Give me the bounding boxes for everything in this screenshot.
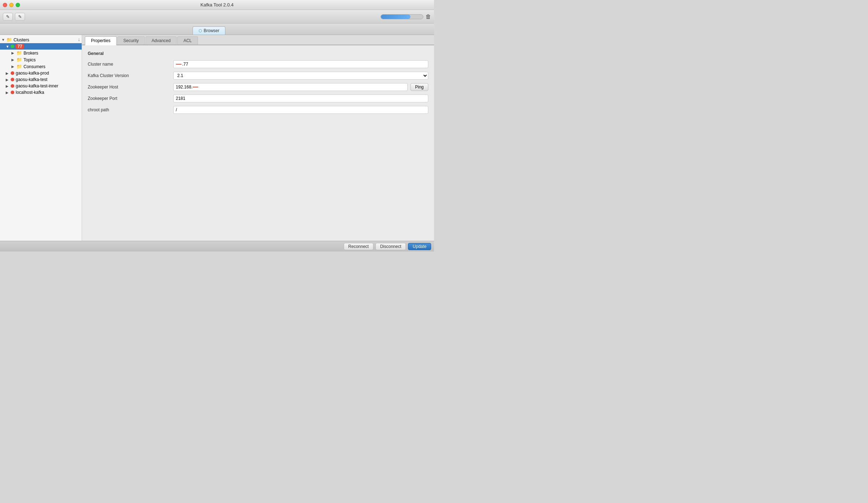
topics-label: Topics xyxy=(24,57,36,62)
browser-tab-bar: ⬡ Browser xyxy=(0,24,434,35)
reconnect-button[interactable]: Reconnect xyxy=(344,243,373,250)
topics-folder-icon: 📁 xyxy=(16,57,22,62)
tab-security[interactable]: Security xyxy=(117,36,145,45)
sidebar: ↓ ▼ 📁 Clusters ▼ 77 ▶ 📁 Brokers ▶ 📁 Topi… xyxy=(0,35,82,241)
sidebar-item-brokers[interactable]: ▶ 📁 Brokers xyxy=(0,50,82,56)
consumers-folder-icon: 📁 xyxy=(16,64,22,69)
consumers-arrow: ▶ xyxy=(11,65,16,68)
cluster-name-redacted-badge xyxy=(176,64,182,65)
window-title: Kafka Tool 2.0.4 xyxy=(200,2,234,7)
tab-acl[interactable]: ACL xyxy=(177,36,198,45)
cluster-77-badge: 77 xyxy=(16,44,24,49)
content-area: Properties Security Advanced ACL General… xyxy=(82,35,434,241)
cluster-name-field: .77 xyxy=(173,60,428,68)
title-bar: Kafka Tool 2.0.4 xyxy=(0,0,434,10)
zk-port-field xyxy=(173,95,428,102)
sidebar-item-topics[interactable]: ▶ 📁 Topics xyxy=(0,56,82,63)
sidebar-item-gaosu-test-inner[interactable]: ▶ gaosu-kafka-test-inner xyxy=(0,83,82,89)
brokers-label: Brokers xyxy=(24,51,38,56)
localhost-kafka-status xyxy=(11,91,14,94)
topics-arrow: ▶ xyxy=(11,58,16,62)
minimize-button[interactable] xyxy=(9,3,14,7)
bottom-bar: Reconnect Disconnect Update xyxy=(0,241,434,252)
gaosu-test-inner-arrow: ▶ xyxy=(6,84,11,88)
zk-host-label: Zookeeper Host xyxy=(88,85,173,90)
properties-panel: General Cluster name .77 Kafka Cluster V… xyxy=(82,45,434,241)
form-row-zk-port: Zookeeper Port xyxy=(88,95,428,102)
gaosu-test-label: gaosu-kafka-test xyxy=(16,77,47,82)
edit-icon: ✎ xyxy=(6,14,10,19)
sidebar-scroll-icon[interactable]: ↓ xyxy=(78,36,80,42)
form-row-zk-host: Zookeeper Host 192.168. Ping xyxy=(88,83,428,91)
brokers-folder-icon: 📁 xyxy=(16,50,22,56)
gaosu-test-inner-label: gaosu-kafka-test-inner xyxy=(16,83,58,88)
ping-button[interactable]: Ping xyxy=(410,83,428,91)
progress-bar xyxy=(381,14,423,19)
browser-tab[interactable]: ⬡ Browser xyxy=(193,26,225,35)
cluster-name-suffix: .77 xyxy=(182,62,188,67)
gaosu-test-status xyxy=(11,78,14,81)
toolbar-edit-button[interactable]: ✎ xyxy=(3,13,13,21)
gaosu-prod-arrow: ▶ xyxy=(6,71,11,75)
gaosu-test-arrow: ▶ xyxy=(6,78,11,82)
section-general: General xyxy=(88,51,428,56)
sidebar-item-consumers[interactable]: ▶ 📁 Consumers xyxy=(0,63,82,70)
clusters-arrow: ▼ xyxy=(1,38,6,42)
cluster-77-arrow: ▼ xyxy=(6,45,11,49)
cluster-77-status-dot xyxy=(11,45,14,48)
main-layout: ↓ ▼ 📁 Clusters ▼ 77 ▶ 📁 Brokers ▶ 📁 Topi… xyxy=(0,35,434,241)
form-row-chroot: chroot path xyxy=(88,106,428,114)
browser-tab-label: Browser xyxy=(204,28,219,33)
tab-strip: Properties Security Advanced ACL xyxy=(82,35,434,45)
sidebar-item-gaosu-prod[interactable]: ▶ gaosu-kafka-prod xyxy=(0,70,82,76)
toolbar: ✎ ✎ 🗑 xyxy=(0,10,434,24)
sidebar-item-cluster-77[interactable]: ▼ 77 xyxy=(0,43,82,50)
disconnect-button[interactable]: Disconnect xyxy=(376,243,406,250)
localhost-kafka-arrow: ▶ xyxy=(6,91,11,95)
toolbar-refresh-button[interactable]: ✎ xyxy=(15,13,25,21)
sidebar-item-gaosu-test[interactable]: ▶ gaosu-kafka-test xyxy=(0,76,82,83)
window-controls xyxy=(3,3,20,7)
zk-host-input-wrapper[interactable]: 192.168. xyxy=(173,83,408,91)
toolbar-left: ✎ ✎ xyxy=(3,13,25,21)
brokers-arrow: ▶ xyxy=(11,51,16,55)
clusters-label: Clusters xyxy=(14,37,29,42)
form-row-cluster-name: Cluster name .77 xyxy=(88,60,428,68)
kafka-version-select[interactable]: 2.1 xyxy=(173,72,428,80)
browser-tab-icon: ⬡ xyxy=(199,29,202,33)
close-button[interactable] xyxy=(3,3,7,7)
chroot-field xyxy=(173,106,428,114)
kafka-version-field: 2.1 xyxy=(173,72,428,80)
tab-advanced[interactable]: Advanced xyxy=(145,36,177,45)
update-button[interactable]: Update xyxy=(408,243,431,250)
form-row-kafka-version: Kafka Cluster Version 2.1 xyxy=(88,72,428,80)
trash-icon[interactable]: 🗑 xyxy=(425,14,431,20)
cluster-name-input-wrapper[interactable]: .77 xyxy=(173,60,428,68)
zk-port-input[interactable] xyxy=(173,95,428,102)
zk-host-field: 192.168. Ping xyxy=(173,83,428,91)
progress-bar-fill xyxy=(381,15,410,19)
gaosu-prod-label: gaosu-kafka-prod xyxy=(16,71,49,76)
refresh-icon: ✎ xyxy=(18,14,22,19)
localhost-kafka-label: localhost-kafka xyxy=(16,90,44,95)
sidebar-item-clusters[interactable]: ▼ 📁 Clusters xyxy=(0,36,82,43)
clusters-folder-icon: 📁 xyxy=(6,37,12,42)
toolbar-right: 🗑 xyxy=(381,14,431,20)
zk-host-redacted-badge xyxy=(193,87,198,87)
zk-host-prefix: 192.168. xyxy=(176,85,193,90)
sidebar-item-localhost-kafka[interactable]: ▶ localhost-kafka xyxy=(0,89,82,96)
chroot-input[interactable] xyxy=(173,106,428,114)
cluster-name-label: Cluster name xyxy=(88,62,173,67)
gaosu-prod-status xyxy=(11,71,14,75)
consumers-label: Consumers xyxy=(24,64,45,69)
gaosu-test-inner-status xyxy=(11,84,14,88)
chroot-label: chroot path xyxy=(88,107,173,112)
zk-port-label: Zookeeper Port xyxy=(88,96,173,101)
maximize-button[interactable] xyxy=(16,3,20,7)
tab-properties[interactable]: Properties xyxy=(85,36,117,45)
kafka-version-label: Kafka Cluster Version xyxy=(88,73,173,78)
